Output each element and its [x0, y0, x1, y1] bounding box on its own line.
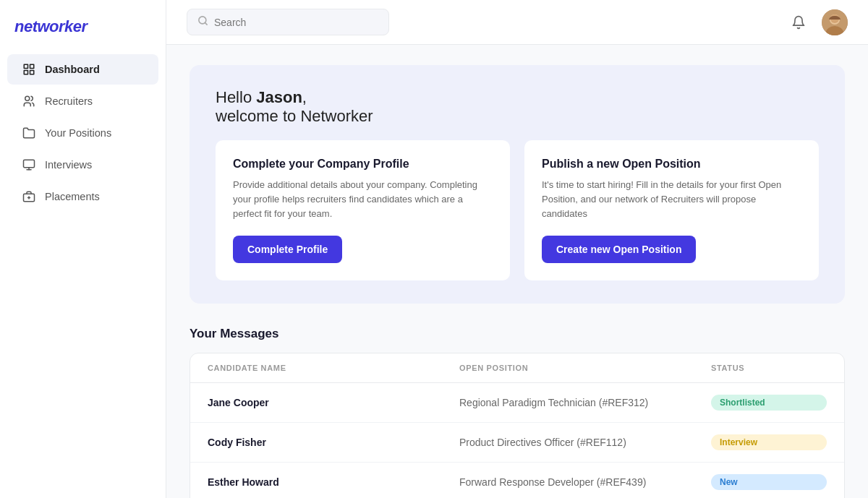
greeting-subheading: welcome to Networker: [216, 107, 373, 125]
sidebar-item-dashboard[interactable]: Dashboard: [7, 54, 158, 85]
messages-section: Your Messages Candidate Name Open Positi…: [190, 327, 845, 498]
svg-rect-3: [30, 71, 34, 74]
sidebar-item-label: Interviews: [45, 159, 92, 171]
card1-description: Provide additional details about your co…: [233, 178, 493, 221]
col-candidate: Candidate Name: [208, 364, 459, 372]
sidebar-item-your-positions[interactable]: Your Positions: [7, 118, 158, 148]
notifications-button[interactable]: [786, 9, 812, 35]
table-row[interactable]: Jane Cooper Regional Paradigm Technician…: [190, 383, 844, 423]
status-badge: Shortlisted: [711, 395, 827, 411]
header-right: [786, 9, 848, 35]
sidebar-item-label: Recruiters: [45, 95, 93, 107]
sidebar-item-placements[interactable]: Placements: [7, 181, 158, 212]
card2-title: Publish a new Open Position: [542, 158, 801, 171]
svg-rect-5: [24, 160, 35, 168]
messages-title: Your Messages: [190, 327, 845, 341]
candidate-name: Jane Cooper: [208, 397, 459, 408]
placements-icon: [22, 189, 36, 204]
create-open-position-button[interactable]: Create new Open Position: [542, 236, 696, 263]
svg-rect-1: [30, 64, 34, 68]
svg-rect-2: [24, 71, 27, 74]
sidebar-item-label: Your Positions: [45, 127, 111, 139]
messages-table: Candidate Name Open Position Status Jane…: [190, 353, 845, 498]
recruiters-icon: [22, 94, 36, 108]
interviews-icon: [22, 158, 36, 172]
status-badge: New: [711, 474, 827, 490]
sidebar-item-recruiters[interactable]: Recruiters: [7, 86, 158, 116]
sidebar-item-label: Dashboard: [45, 64, 100, 75]
sidebar-item-interviews[interactable]: Interviews: [7, 150, 158, 180]
user-name: Jason: [256, 88, 302, 106]
candidate-name: Esther Howard: [208, 476, 459, 488]
search-icon: [197, 15, 208, 29]
main-area: Hello Jason, welcome to Networker Comple…: [166, 0, 868, 498]
card1-title: Complete your Company Profile: [233, 158, 493, 171]
create-position-card: Publish a new Open Position It's time to…: [524, 140, 819, 280]
greeting-prefix: Hello: [216, 88, 256, 106]
greeting-suffix: ,: [302, 88, 307, 106]
positions-icon: [22, 126, 36, 140]
svg-point-4: [25, 96, 30, 100]
search-input[interactable]: [214, 17, 378, 28]
open-position: Forward Response Developer (#REF439): [459, 476, 711, 488]
avatar[interactable]: [822, 9, 848, 35]
table-body: Jane Cooper Regional Paradigm Technician…: [190, 383, 844, 498]
candidate-name: Cody Fisher: [208, 437, 459, 448]
table-header: Candidate Name Open Position Status: [190, 353, 844, 383]
open-position: Regional Paradigm Technician (#REF312): [459, 397, 711, 408]
dashboard-icon: [22, 62, 36, 77]
welcome-card: Hello Jason, welcome to Networker Comple…: [190, 65, 845, 304]
action-cards-row: Complete your Company Profile Provide ad…: [216, 140, 819, 280]
welcome-greeting: Hello Jason, welcome to Networker: [216, 88, 819, 126]
table-row[interactable]: Esther Howard Forward Response Developer…: [190, 463, 844, 498]
svg-rect-0: [24, 64, 27, 68]
svg-line-10: [205, 22, 207, 25]
table-row[interactable]: Cody Fisher Product Directives Officer (…: [190, 423, 844, 463]
card2-description: It's time to start hiring! Fill in the d…: [542, 178, 801, 221]
sidebar-item-label: Placements: [45, 191, 100, 202]
content-area: Hello Jason, welcome to Networker Comple…: [166, 45, 868, 498]
status-badge: Interview: [711, 434, 827, 450]
search-container[interactable]: [187, 9, 389, 35]
sidebar: networker Dashboard Recruiters Your Posi…: [0, 0, 166, 498]
col-position: Open Position: [459, 364, 711, 372]
complete-profile-card: Complete your Company Profile Provide ad…: [216, 140, 510, 280]
header: [166, 0, 868, 45]
logo: networker: [0, 14, 166, 53]
open-position: Product Directives Officer (#REF112): [459, 437, 711, 448]
col-status: Status: [711, 364, 827, 372]
complete-profile-button[interactable]: Complete Profile: [233, 236, 342, 263]
